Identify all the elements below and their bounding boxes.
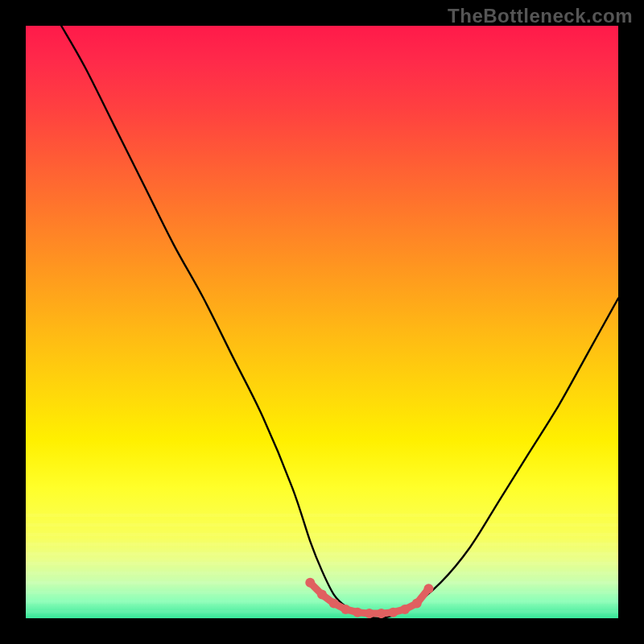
red-marker: [388, 608, 398, 617]
black-curve: [61, 26, 618, 618]
chart-container: TheBottleneck.com: [0, 0, 644, 644]
plot-area: [26, 26, 618, 618]
red-marker: [341, 605, 350, 614]
red-marker: [400, 605, 410, 614]
red-marker: [305, 578, 315, 588]
watermark-text: TheBottleneck.com: [448, 5, 633, 27]
red-marker: [423, 584, 433, 593]
red-marker-line: [310, 583, 428, 613]
red-marker: [329, 599, 339, 609]
red-marker: [377, 609, 386, 618]
red-marker: [317, 590, 327, 600]
curve-layer: [26, 26, 618, 618]
red-marker: [353, 608, 362, 617]
red-marker-group: [305, 578, 433, 618]
bottom-bands: [26, 514, 618, 618]
red-marker: [365, 609, 374, 618]
red-marker: [412, 599, 422, 609]
